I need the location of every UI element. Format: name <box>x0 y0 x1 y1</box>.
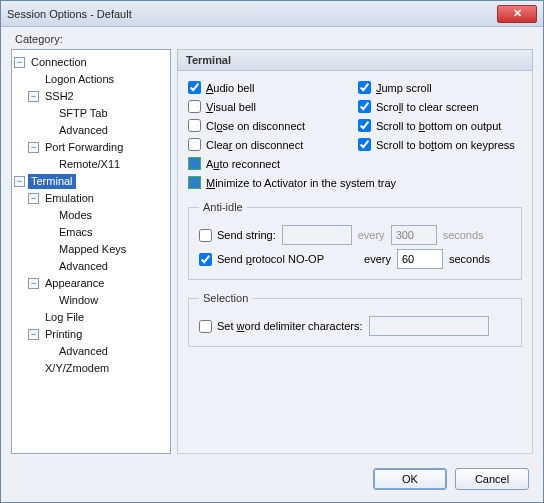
send-string-checkbox[interactable]: Send string: <box>199 229 276 242</box>
filled-checkbox-icon <box>188 176 201 189</box>
scroll-keypress-checkbox[interactable]: Scroll to bottom on keypress <box>358 138 522 151</box>
send-noop-checkbox[interactable]: Send protocol NO-OP <box>199 253 324 266</box>
tree-logon-actions[interactable]: Logon Actions <box>42 72 117 87</box>
tree-advanced-emu[interactable]: Advanced <box>56 259 111 274</box>
collapse-icon[interactable]: − <box>28 193 39 204</box>
jump-scroll-checkbox[interactable]: Jump scroll <box>358 81 522 94</box>
cancel-button[interactable]: Cancel <box>455 468 529 490</box>
category-tree[interactable]: −Connection Logon Actions −SSH2 SFTP Tab… <box>11 49 171 454</box>
auto-reconnect-checkbox[interactable]: Auto reconnect <box>188 157 352 170</box>
seconds-label-2: seconds <box>449 253 490 265</box>
close-icon: ✕ <box>513 7 522 20</box>
category-label: Category: <box>1 27 543 47</box>
send-string-input[interactable] <box>282 225 352 245</box>
collapse-icon[interactable]: − <box>28 91 39 102</box>
close-disconnect-checkbox[interactable]: Close on disconnect <box>188 119 352 132</box>
filled-checkbox-icon <box>188 157 201 170</box>
tree-log-file[interactable]: Log File <box>42 310 87 325</box>
minimize-tray-checkbox[interactable]: Minimize to Activator in the system tray <box>188 176 522 189</box>
tree-remote-x11[interactable]: Remote/X11 <box>56 157 123 172</box>
anti-idle-group: Anti-idle Send string: every seconds Sen… <box>188 201 522 280</box>
audio-bell-checkbox[interactable]: Audio bell <box>188 81 352 94</box>
scroll-clear-checkbox[interactable]: Scroll to clear screen <box>358 100 522 113</box>
tree-window[interactable]: Window <box>56 293 101 308</box>
window-title: Session Options - Default <box>7 8 497 20</box>
noop-interval[interactable] <box>397 249 443 269</box>
tree-emulation[interactable]: Emulation <box>42 191 97 206</box>
selection-legend: Selection <box>199 292 252 304</box>
every-label-2: every <box>364 253 391 265</box>
close-button[interactable]: ✕ <box>497 5 537 23</box>
tree-mapped-keys[interactable]: Mapped Keys <box>56 242 129 257</box>
clear-disconnect-checkbox[interactable]: Clear on disconnect <box>188 138 352 151</box>
collapse-icon[interactable]: − <box>28 142 39 153</box>
ok-button[interactable]: OK <box>373 468 447 490</box>
tree-sftp-tab[interactable]: SFTP Tab <box>56 106 111 121</box>
panel-title: Terminal <box>177 49 533 71</box>
tree-ssh2[interactable]: SSH2 <box>42 89 77 104</box>
tree-xyzmodem[interactable]: X/Y/Zmodem <box>42 361 112 376</box>
visual-bell-checkbox[interactable]: Visual bell <box>188 100 352 113</box>
anti-idle-legend: Anti-idle <box>199 201 247 213</box>
collapse-icon[interactable]: − <box>14 57 25 68</box>
tree-advanced-ssh[interactable]: Advanced <box>56 123 111 138</box>
collapse-icon[interactable]: − <box>14 176 25 187</box>
collapse-icon[interactable]: − <box>28 278 39 289</box>
tree-port-forwarding[interactable]: Port Forwarding <box>42 140 126 155</box>
tree-emacs[interactable]: Emacs <box>56 225 96 240</box>
collapse-icon[interactable]: − <box>28 329 39 340</box>
tree-modes[interactable]: Modes <box>56 208 95 223</box>
seconds-label-1: seconds <box>443 229 484 241</box>
word-delimiter-checkbox[interactable]: Set word delimiter characters: <box>199 320 363 333</box>
tree-printing[interactable]: Printing <box>42 327 85 342</box>
every-label-1: every <box>358 229 385 241</box>
tree-advanced-print[interactable]: Advanced <box>56 344 111 359</box>
word-delimiter-input[interactable] <box>369 316 489 336</box>
send-string-interval[interactable] <box>391 225 437 245</box>
tree-terminal[interactable]: Terminal <box>28 174 76 189</box>
scroll-output-checkbox[interactable]: Scroll to bottom on output <box>358 119 522 132</box>
selection-group: Selection Set word delimiter characters: <box>188 292 522 347</box>
tree-connection[interactable]: Connection <box>28 55 90 70</box>
tree-appearance[interactable]: Appearance <box>42 276 107 291</box>
